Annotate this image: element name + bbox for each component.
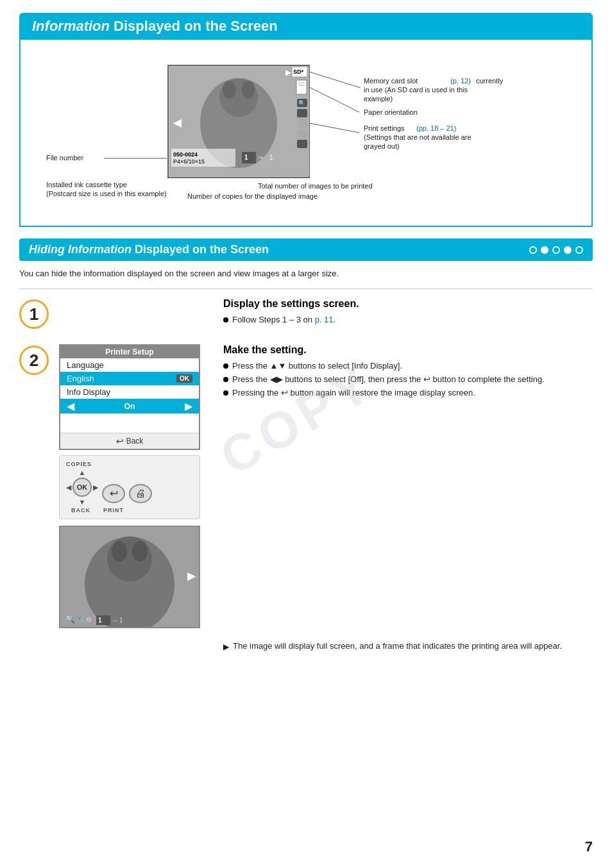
svg-rect-16 bbox=[297, 119, 307, 128]
pss-info-display-label: Info Display bbox=[67, 387, 110, 397]
svg-point-49 bbox=[132, 541, 148, 562]
ctrl-print-label: PRINT bbox=[103, 507, 124, 513]
svg-rect-17 bbox=[297, 129, 307, 138]
diagram-svg: ◀ ▶ SD* 🔍 050-0024 P4×6/10×15 1 ⇒ bbox=[40, 53, 572, 206]
step-2-bullet-2: Press the ◀▶ buttons to select [Off], th… bbox=[223, 374, 593, 384]
svg-point-48 bbox=[112, 541, 127, 562]
pss-english-value: English bbox=[67, 374, 94, 383]
svg-text:SD*: SD* bbox=[293, 69, 304, 75]
svg-text:Total number of images to be p: Total number of images to be printed bbox=[258, 182, 373, 190]
svg-text:(Settings that are not availab: (Settings that are not available are bbox=[364, 133, 472, 141]
tri-bullet-icon: ▶ bbox=[223, 642, 229, 651]
pss-on-value: On bbox=[124, 402, 135, 411]
svg-text:050-0024: 050-0024 bbox=[173, 151, 198, 158]
title-bold: Information bbox=[32, 18, 110, 34]
svg-text:🔍: 🔍 bbox=[65, 614, 75, 624]
svg-text:1: 1 bbox=[269, 154, 273, 161]
pss-nav-left: ◀ bbox=[67, 400, 74, 412]
title-rest: Displayed on the Screen bbox=[110, 18, 278, 34]
svg-text:grayed out): grayed out) bbox=[364, 142, 400, 150]
step-1-text-area: Display the settings screen. Follow Step… bbox=[223, 298, 593, 328]
svg-point-47 bbox=[107, 537, 152, 581]
step-2-bullet-3: Pressing the ↩ button again will restore… bbox=[223, 388, 593, 397]
svg-text:currently: currently bbox=[476, 77, 504, 85]
step-2-row: 2 Printer Setup Language English OK Info… bbox=[19, 344, 593, 651]
ok-button[interactable]: OK bbox=[72, 478, 92, 497]
svg-text:(Postcard size is used in this: (Postcard size is used in this example) bbox=[46, 190, 167, 197]
svg-line-32 bbox=[309, 87, 359, 112]
svg-text:example): example) bbox=[364, 95, 393, 103]
svg-text:1: 1 bbox=[244, 154, 248, 161]
step-1-bullets: Follow Steps 1 – 3 on p. 11. bbox=[223, 315, 593, 324]
step-2-number: 2 bbox=[19, 346, 49, 375]
step-2-bullets: Press the ▲▼ buttons to select [Info Dis… bbox=[223, 361, 593, 397]
step-2-title: Make the setting. bbox=[223, 344, 593, 356]
step-2-image-area: Printer Setup Language English OK Info D… bbox=[59, 344, 213, 628]
svg-text:Print settings: Print settings bbox=[364, 124, 405, 132]
pss-language-row: Language bbox=[60, 358, 199, 372]
svg-text:(p. 12): (p. 12) bbox=[450, 77, 471, 85]
pss-ok-btn[interactable]: OK bbox=[176, 374, 192, 383]
svg-text:Installed ink cassette type: Installed ink cassette type bbox=[46, 181, 127, 188]
svg-text:🔧: 🔧 bbox=[76, 614, 85, 624]
step-1-content: Display the settings screen. Follow Step… bbox=[59, 298, 593, 328]
step2-dog-svg: ▶ 🔍 🔧 ⚙ 1 → 1 bbox=[60, 527, 199, 627]
diagram-wrapper: ◀ ▶ SD* 🔍 050-0024 P4×6/10×15 1 ⇒ bbox=[40, 53, 572, 206]
svg-text:→: → bbox=[112, 617, 118, 624]
back-button[interactable]: ↩ bbox=[102, 484, 125, 503]
pss-on-row: ◀ On ▶ bbox=[60, 399, 199, 413]
section2-header: Hiding Information Displayed on the Scre… bbox=[19, 238, 593, 261]
section-header: Information Displayed on the Screen bbox=[19, 13, 593, 40]
pss-back-icon: ↩ bbox=[116, 436, 124, 446]
page-title: Information Displayed on the Screen bbox=[32, 18, 580, 35]
svg-text:Paper orientation: Paper orientation bbox=[364, 108, 418, 116]
step-2-bullet-1-text: Press the ▲▼ buttons to select [Info Dis… bbox=[232, 361, 402, 371]
step-2-bullet-2-text: Press the ◀▶ buttons to select [Off], th… bbox=[232, 374, 545, 384]
pss-english-row: English OK bbox=[60, 372, 199, 385]
pss-nav-right: ▶ bbox=[185, 400, 192, 412]
svg-line-26 bbox=[309, 72, 361, 88]
svg-text:(pp. 18 – 21): (pp. 18 – 21) bbox=[416, 124, 456, 132]
svg-text:Memory card slot: Memory card slot bbox=[364, 77, 418, 85]
step-1-bullet-1-text: Follow Steps 1 – 3 on p. 11. bbox=[232, 315, 336, 324]
diagram-section: ◀ ▶ SD* 🔍 050-0024 P4×6/10×15 1 ⇒ bbox=[19, 40, 593, 227]
svg-text:1: 1 bbox=[98, 617, 102, 624]
svg-rect-18 bbox=[297, 140, 307, 148]
svg-text:🔍: 🔍 bbox=[298, 99, 306, 107]
svg-line-34 bbox=[309, 123, 359, 133]
section2-title-bold: Hiding Information bbox=[29, 243, 132, 256]
svg-point-5 bbox=[242, 81, 255, 99]
step-2-bullet-3-text: Pressing the ↩ button again will restore… bbox=[232, 388, 475, 397]
section2-title: Hiding Information Displayed on the Scre… bbox=[29, 243, 269, 256]
copies-label: COPIES bbox=[66, 461, 92, 467]
progress-dots bbox=[529, 246, 583, 254]
pss-title: Printer Setup bbox=[60, 346, 199, 358]
bullet-dot-2c bbox=[223, 390, 228, 396]
result-text-area: ▶ The image will display full screen, an… bbox=[223, 641, 593, 651]
svg-text:▶: ▶ bbox=[187, 571, 196, 581]
svg-text:⇒: ⇒ bbox=[258, 154, 263, 161]
section2-description: You can hide the information displayed o… bbox=[19, 269, 593, 278]
print-button[interactable]: 🖨 bbox=[129, 484, 152, 503]
step-2-content: Printer Setup Language English OK Info D… bbox=[59, 344, 593, 651]
step-2-text-area: Make the setting. Press the ▲▼ buttons t… bbox=[223, 344, 593, 651]
dot-5 bbox=[575, 246, 583, 254]
svg-text:◀: ◀ bbox=[173, 117, 182, 128]
svg-point-4 bbox=[223, 81, 235, 99]
step-1-number: 1 bbox=[19, 299, 49, 329]
svg-text:P4×6/10×15: P4×6/10×15 bbox=[173, 158, 205, 165]
page-number: 7 bbox=[585, 839, 593, 855]
bullet-dot-2a bbox=[223, 363, 228, 369]
step-1-bullet-1: Follow Steps 1 – 3 on p. 11. bbox=[223, 315, 593, 324]
step2-result-image: ▶ 🔍 🔧 ⚙ 1 → 1 bbox=[59, 526, 200, 628]
svg-text:1: 1 bbox=[119, 617, 123, 624]
pss-back-label: Back bbox=[126, 437, 144, 446]
step-2-bullet-1: Press the ▲▼ buttons to select [Info Dis… bbox=[223, 361, 593, 371]
controls-mockup: COPIES ▲ ◀ OK ▶ ▼ bbox=[59, 455, 200, 519]
svg-text:⚙: ⚙ bbox=[86, 616, 92, 623]
step-1-title: Display the settings screen. bbox=[223, 298, 593, 310]
bullet-dot-2b bbox=[223, 377, 228, 382]
steps-container: 1 Display the settings screen. Follow St… bbox=[19, 288, 593, 651]
step2-result-inner: ▶ 🔍 🔧 ⚙ 1 → 1 bbox=[60, 527, 199, 627]
svg-text:in use (An SD card is used in : in use (An SD card is used in this bbox=[364, 86, 468, 94]
